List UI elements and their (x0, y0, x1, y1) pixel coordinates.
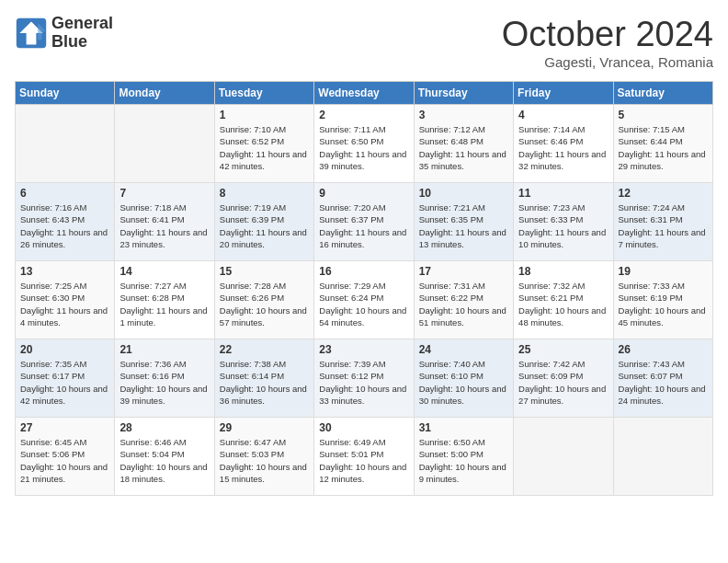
day-info: Sunrise: 7:42 AMSunset: 6:09 PMDaylight:… (518, 358, 608, 407)
calendar-cell: 27Sunrise: 6:45 AMSunset: 5:06 PMDayligh… (16, 418, 115, 496)
day-header-thursday: Thursday (414, 82, 513, 105)
calendar-cell (613, 418, 712, 496)
day-number: 8 (220, 187, 309, 200)
day-number: 11 (518, 187, 608, 200)
day-info: Sunrise: 7:36 AMSunset: 6:16 PMDaylight:… (119, 358, 209, 407)
day-number: 3 (419, 109, 508, 121)
day-number: 30 (319, 421, 408, 434)
day-number: 27 (20, 421, 109, 434)
day-info: Sunrise: 7:29 AMSunset: 6:24 PMDaylight:… (319, 280, 408, 328)
day-header-saturday: Saturday (613, 82, 712, 105)
calendar-cell: 18Sunrise: 7:32 AMSunset: 6:21 PMDayligh… (514, 261, 613, 339)
title-area: October 2024 Gagesti, Vrancea, Romania (502, 15, 713, 70)
day-info: Sunrise: 7:32 AMSunset: 6:21 PMDaylight:… (518, 280, 608, 328)
day-info: Sunrise: 6:50 AMSunset: 5:00 PMDaylight:… (419, 436, 508, 485)
calendar-cell: 16Sunrise: 7:29 AMSunset: 6:24 PMDayligh… (314, 261, 414, 339)
calendar-cell: 21Sunrise: 7:36 AMSunset: 6:16 PMDayligh… (115, 339, 214, 418)
day-info: Sunrise: 7:14 AMSunset: 6:46 PMDaylight:… (518, 123, 608, 172)
day-number: 6 (20, 187, 109, 200)
logo-line2: Blue (51, 33, 113, 52)
day-info: Sunrise: 7:43 AMSunset: 6:07 PMDaylight:… (619, 358, 708, 407)
calendar-cell: 17Sunrise: 7:31 AMSunset: 6:22 PMDayligh… (414, 261, 513, 339)
day-number: 20 (20, 343, 109, 356)
day-number: 7 (119, 187, 209, 200)
day-info: Sunrise: 7:20 AMSunset: 6:37 PMDaylight:… (319, 201, 408, 250)
day-number: 19 (619, 265, 708, 278)
day-info: Sunrise: 7:39 AMSunset: 6:12 PMDaylight:… (319, 358, 408, 407)
calendar-cell: 4Sunrise: 7:14 AMSunset: 6:46 PMDaylight… (514, 105, 613, 183)
calendar-table: SundayMondayTuesdayWednesdayThursdayFrid… (15, 81, 713, 496)
calendar-cell: 1Sunrise: 7:10 AMSunset: 6:52 PMDaylight… (214, 105, 313, 183)
day-info: Sunrise: 7:33 AMSunset: 6:19 PMDaylight:… (619, 280, 708, 328)
calendar-cell: 2Sunrise: 7:11 AMSunset: 6:50 PMDaylight… (314, 105, 414, 183)
calendar-cell: 15Sunrise: 7:28 AMSunset: 6:26 PMDayligh… (214, 261, 313, 339)
day-number: 18 (518, 265, 608, 278)
logo-line1: General (51, 15, 113, 33)
day-number: 4 (518, 109, 608, 121)
day-header-monday: Monday (115, 82, 214, 105)
week-row-2: 13Sunrise: 7:25 AMSunset: 6:30 PMDayligh… (16, 261, 713, 339)
week-row-1: 6Sunrise: 7:16 AMSunset: 6:43 PMDaylight… (16, 183, 713, 261)
day-info: Sunrise: 7:35 AMSunset: 6:17 PMDaylight:… (20, 358, 109, 407)
calendar-cell: 19Sunrise: 7:33 AMSunset: 6:19 PMDayligh… (613, 261, 712, 339)
day-number: 26 (619, 343, 708, 356)
day-info: Sunrise: 7:23 AMSunset: 6:33 PMDaylight:… (518, 201, 608, 250)
day-info: Sunrise: 6:47 AMSunset: 5:03 PMDaylight:… (220, 436, 309, 485)
day-info: Sunrise: 6:49 AMSunset: 5:01 PMDaylight:… (319, 436, 408, 485)
day-number: 15 (220, 265, 309, 278)
day-info: Sunrise: 7:19 AMSunset: 6:39 PMDaylight:… (220, 201, 309, 250)
calendar-header-row: SundayMondayTuesdayWednesdayThursdayFrid… (16, 82, 713, 105)
location-title: Gagesti, Vrancea, Romania (502, 54, 713, 70)
calendar-cell: 23Sunrise: 7:39 AMSunset: 6:12 PMDayligh… (314, 339, 414, 418)
calendar-cell: 25Sunrise: 7:42 AMSunset: 6:09 PMDayligh… (514, 339, 613, 418)
calendar-cell: 7Sunrise: 7:18 AMSunset: 6:41 PMDaylight… (115, 183, 214, 261)
day-info: Sunrise: 7:18 AMSunset: 6:41 PMDaylight:… (119, 201, 209, 250)
day-number: 5 (619, 109, 708, 121)
day-number: 29 (220, 421, 309, 434)
day-number: 28 (119, 421, 209, 434)
calendar-cell: 8Sunrise: 7:19 AMSunset: 6:39 PMDaylight… (214, 183, 313, 261)
day-info: Sunrise: 7:16 AMSunset: 6:43 PMDaylight:… (20, 201, 109, 250)
calendar-cell: 26Sunrise: 7:43 AMSunset: 6:07 PMDayligh… (613, 339, 712, 418)
calendar-cell: 30Sunrise: 6:49 AMSunset: 5:01 PMDayligh… (314, 418, 414, 496)
day-info: Sunrise: 7:28 AMSunset: 6:26 PMDaylight:… (220, 280, 309, 328)
calendar-cell: 24Sunrise: 7:40 AMSunset: 6:10 PMDayligh… (414, 339, 513, 418)
month-title: October 2024 (502, 15, 713, 54)
week-row-0: 1Sunrise: 7:10 AMSunset: 6:52 PMDaylight… (16, 105, 713, 183)
day-number: 22 (220, 343, 309, 356)
calendar-cell: 6Sunrise: 7:16 AMSunset: 6:43 PMDaylight… (16, 183, 115, 261)
calendar-cell (514, 418, 613, 496)
calendar-cell: 22Sunrise: 7:38 AMSunset: 6:14 PMDayligh… (214, 339, 313, 418)
day-info: Sunrise: 7:25 AMSunset: 6:30 PMDaylight:… (20, 280, 109, 328)
day-info: Sunrise: 7:12 AMSunset: 6:48 PMDaylight:… (419, 123, 508, 172)
logo: General Blue (15, 15, 113, 52)
day-number: 24 (419, 343, 508, 356)
calendar-cell: 31Sunrise: 6:50 AMSunset: 5:00 PMDayligh… (414, 418, 513, 496)
calendar-cell: 12Sunrise: 7:24 AMSunset: 6:31 PMDayligh… (613, 183, 712, 261)
day-info: Sunrise: 7:11 AMSunset: 6:50 PMDaylight:… (319, 123, 408, 172)
calendar-cell: 20Sunrise: 7:35 AMSunset: 6:17 PMDayligh… (16, 339, 115, 418)
day-number: 25 (518, 343, 608, 356)
day-number: 23 (319, 343, 408, 356)
day-info: Sunrise: 6:45 AMSunset: 5:06 PMDaylight:… (20, 436, 109, 485)
week-row-3: 20Sunrise: 7:35 AMSunset: 6:17 PMDayligh… (16, 339, 713, 418)
calendar-cell: 11Sunrise: 7:23 AMSunset: 6:33 PMDayligh… (514, 183, 613, 261)
calendar-cell: 13Sunrise: 7:25 AMSunset: 6:30 PMDayligh… (16, 261, 115, 339)
day-info: Sunrise: 7:27 AMSunset: 6:28 PMDaylight:… (119, 280, 209, 328)
calendar-cell: 29Sunrise: 6:47 AMSunset: 5:03 PMDayligh… (214, 418, 313, 496)
day-number: 16 (319, 265, 408, 278)
day-number: 14 (119, 265, 209, 278)
day-info: Sunrise: 7:31 AMSunset: 6:22 PMDaylight:… (419, 280, 508, 328)
calendar-cell: 3Sunrise: 7:12 AMSunset: 6:48 PMDaylight… (414, 105, 513, 183)
calendar-cell: 10Sunrise: 7:21 AMSunset: 6:35 PMDayligh… (414, 183, 513, 261)
day-number: 17 (419, 265, 508, 278)
day-number: 13 (20, 265, 109, 278)
day-number: 10 (419, 187, 508, 200)
day-info: Sunrise: 7:10 AMSunset: 6:52 PMDaylight:… (220, 123, 309, 172)
calendar-cell: 14Sunrise: 7:27 AMSunset: 6:28 PMDayligh… (115, 261, 214, 339)
day-info: Sunrise: 6:46 AMSunset: 5:04 PMDaylight:… (119, 436, 209, 485)
calendar-cell: 28Sunrise: 6:46 AMSunset: 5:04 PMDayligh… (115, 418, 214, 496)
calendar-cell (115, 105, 214, 183)
calendar-body: 1Sunrise: 7:10 AMSunset: 6:52 PMDaylight… (16, 105, 713, 496)
calendar-cell: 5Sunrise: 7:15 AMSunset: 6:44 PMDaylight… (613, 105, 712, 183)
